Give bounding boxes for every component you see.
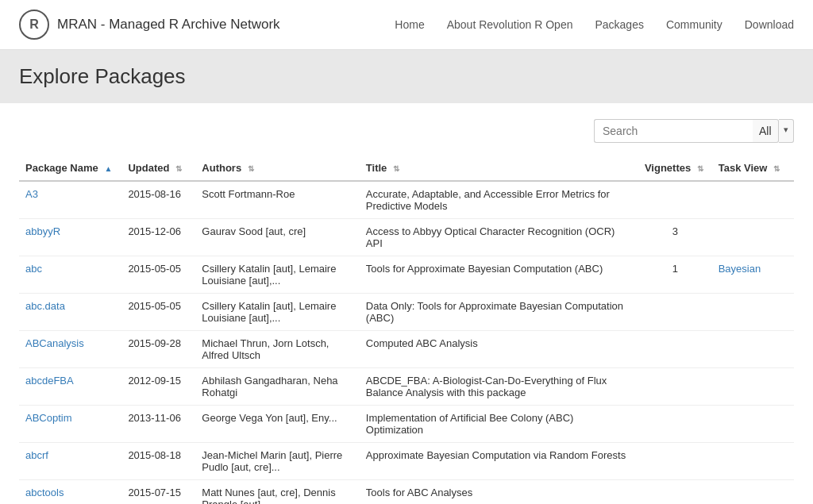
package-taskview	[712, 181, 794, 219]
site-logo: R	[19, 10, 49, 40]
package-updated: 2015-08-16	[121, 181, 195, 219]
package-authors: Scott Fortmann-Roe	[195, 181, 360, 219]
logo-area: R MRAN - Managed R Archive Network	[19, 10, 280, 40]
sort-icon-authors	[248, 164, 254, 173]
col-header-name[interactable]: Package Name	[19, 156, 121, 181]
package-taskview	[712, 480, 794, 505]
sort-icon-taskview	[773, 164, 780, 173]
package-title: Implementation of Artificial Bee Colony …	[360, 406, 638, 443]
package-vignettes	[638, 443, 712, 480]
package-name-link[interactable]: abc.data	[25, 300, 65, 312]
package-name-link[interactable]: ABCanalysis	[25, 337, 84, 349]
package-updated: 2012-09-15	[121, 368, 195, 406]
main-content: All ▾ Package Name Updated Authors Title	[0, 103, 813, 504]
nav-home[interactable]: Home	[395, 18, 424, 31]
table-row: abc.data2015-05-05Csillery Katalin [aut]…	[19, 294, 794, 331]
package-taskview	[712, 294, 794, 331]
logo-letter: R	[29, 17, 39, 32]
main-nav: Home About Revolution R Open Packages Co…	[395, 18, 794, 31]
package-title: Computed ABC Analysis	[360, 331, 638, 368]
package-updated: 2015-08-18	[121, 443, 195, 480]
package-taskview	[712, 219, 794, 256]
package-title: ABCDE_FBA: A-Biologist-Can-Do-Everything…	[360, 368, 638, 406]
package-authors: Matt Nunes [aut, cre], Dennis Prangle [a…	[195, 480, 360, 505]
nav-packages[interactable]: Packages	[595, 18, 643, 31]
package-title: Data Only: Tools for Approximate Bayesia…	[360, 294, 638, 331]
table-row: abbyyR2015-12-06Gaurav Sood [aut, cre]Ac…	[19, 219, 794, 256]
package-vignettes	[638, 331, 712, 368]
package-name-link[interactable]: abcdeFBA	[25, 375, 74, 387]
table-row: abcrf2015-08-18Jean-Michel Marin [aut], …	[19, 443, 794, 480]
nav-about[interactable]: About Revolution R Open	[447, 18, 573, 31]
site-header: R MRAN - Managed R Archive Network Home …	[0, 0, 813, 50]
package-authors: Csillery Katalin [aut], Lemaire Louisian…	[195, 256, 360, 294]
package-title: Approximate Bayesian Computation via Ran…	[360, 443, 638, 480]
package-taskview	[712, 368, 794, 406]
col-header-title[interactable]: Title	[360, 156, 638, 181]
page-banner: Explore Packages	[0, 50, 813, 103]
taskview-link[interactable]: Bayesian	[719, 263, 761, 275]
package-taskview	[712, 443, 794, 480]
package-vignettes	[638, 294, 712, 331]
col-header-updated[interactable]: Updated	[121, 156, 195, 181]
table-row: ABCoptim2013-11-06George Vega Yon [aut],…	[19, 406, 794, 443]
package-title: Tools for Approximate Bayesian Computati…	[360, 256, 638, 294]
package-updated: 2015-05-05	[121, 256, 195, 294]
package-name-link[interactable]: abcrf	[25, 449, 48, 461]
package-authors: Abhilash Gangadharan, Neha Rohatgi	[195, 368, 360, 406]
package-name-link[interactable]: A3	[25, 188, 38, 200]
sort-icon-name	[104, 164, 112, 173]
package-taskview	[712, 331, 794, 368]
nav-download[interactable]: Download	[745, 18, 794, 31]
col-header-authors[interactable]: Authors	[195, 156, 360, 181]
package-authors: George Vega Yon [aut], Eny...	[195, 406, 360, 443]
sort-icon-vignettes	[697, 164, 703, 173]
nav-community[interactable]: Community	[666, 18, 722, 31]
package-vignettes	[638, 181, 712, 219]
package-updated: 2015-07-15	[121, 480, 195, 505]
site-title: MRAN - Managed R Archive Network	[57, 17, 280, 33]
package-vignettes	[638, 406, 712, 443]
package-updated: 2015-05-05	[121, 294, 195, 331]
package-title: Tools for ABC Analyses	[360, 480, 638, 505]
table-row: ABCanalysis2015-09-28Michael Thrun, Jorn…	[19, 331, 794, 368]
search-row: All ▾	[19, 119, 794, 143]
chevron-down-icon: ▾	[779, 119, 794, 143]
package-taskview[interactable]: Bayesian	[712, 256, 794, 294]
package-updated: 2015-09-28	[121, 331, 195, 368]
col-header-taskview[interactable]: Task View	[712, 156, 794, 181]
table-row: abcdeFBA2012-09-15Abhilash Gangadharan, …	[19, 368, 794, 406]
package-updated: 2013-11-06	[121, 406, 195, 443]
package-title: Accurate, Adaptable, and Accessible Erro…	[360, 181, 638, 219]
package-name-link[interactable]: abc	[25, 263, 42, 275]
packages-table: Package Name Updated Authors Title Vigne…	[19, 156, 794, 504]
col-header-vignettes[interactable]: Vignettes	[638, 156, 712, 181]
table-row: abc2015-05-05Csillery Katalin [aut], Lem…	[19, 256, 794, 294]
package-vignettes: 1	[638, 256, 712, 294]
package-vignettes	[638, 368, 712, 406]
package-name-link[interactable]: abctools	[25, 487, 64, 498]
package-updated: 2015-12-06	[121, 219, 195, 256]
page-title: Explore Packages	[19, 64, 794, 89]
package-vignettes: 3	[638, 219, 712, 256]
package-authors: Csillery Katalin [aut], Lemaire Louisian…	[195, 294, 360, 331]
package-name-link[interactable]: ABCoptim	[25, 412, 72, 424]
table-row: A32015-08-16Scott Fortmann-RoeAccurate, …	[19, 181, 794, 219]
package-name-link[interactable]: abbyyR	[25, 225, 60, 237]
package-vignettes	[638, 480, 712, 505]
table-header: Package Name Updated Authors Title Vigne…	[19, 156, 794, 181]
sort-icon-title	[393, 164, 399, 173]
package-authors: Gaurav Sood [aut, cre]	[195, 219, 360, 256]
package-authors: Michael Thrun, Jorn Lotsch, Alfred Ultsc…	[195, 331, 360, 368]
search-input[interactable]	[594, 119, 753, 143]
table-row: abctools2015-07-15Matt Nunes [aut, cre],…	[19, 480, 794, 505]
package-authors: Jean-Michel Marin [aut], Pierre Pudlo [a…	[195, 443, 360, 480]
filter-dropdown[interactable]: All	[753, 119, 779, 143]
table-body: A32015-08-16Scott Fortmann-RoeAccurate, …	[19, 181, 794, 504]
package-title: Access to Abbyy Optical Character Recogn…	[360, 219, 638, 256]
dropdown-wrapper: All ▾	[753, 119, 794, 143]
sort-icon-updated	[175, 164, 182, 173]
package-taskview	[712, 406, 794, 443]
